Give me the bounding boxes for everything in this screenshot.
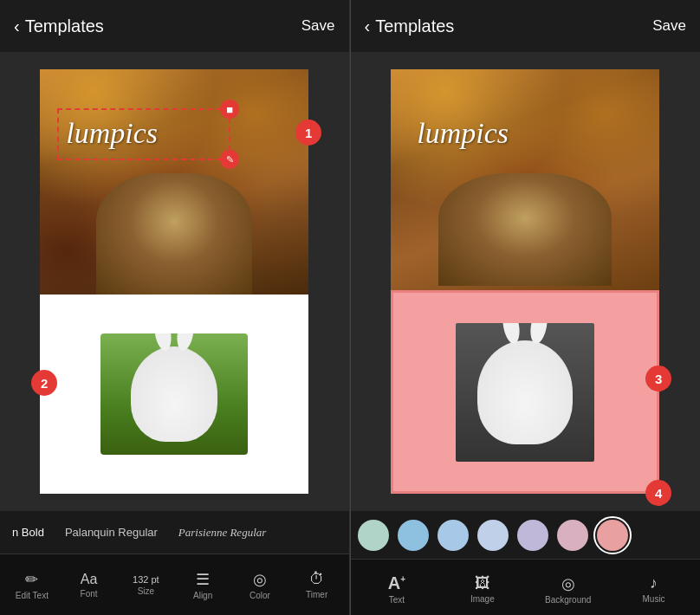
edit-text-label: Edit Text bbox=[16, 591, 49, 600]
right-tool-strip: A+ Text 🖼 Image ◎ Background ♪ Music bbox=[351, 560, 701, 615]
font-item-bold[interactable]: n Bold bbox=[7, 522, 49, 542]
step-badge-1: 1 bbox=[295, 120, 321, 146]
text-selection-box[interactable]: ■ ✎ bbox=[57, 108, 230, 160]
color-swatch-strip bbox=[351, 511, 701, 560]
left-dog-silhouette bbox=[96, 173, 252, 295]
left-save-button[interactable]: Save bbox=[301, 17, 335, 35]
right-bunny-shape bbox=[477, 340, 573, 444]
background-tool[interactable]: ◎ Background bbox=[544, 574, 592, 605]
color-swatch-5[interactable] bbox=[557, 520, 588, 551]
right-canvas-wrapper: lumpics 3 4 bbox=[391, 69, 659, 494]
right-back-button[interactable]: ‹ Templates bbox=[365, 16, 455, 36]
right-header-title: Templates bbox=[375, 16, 454, 36]
color-swatch-0[interactable] bbox=[358, 520, 389, 551]
right-top-image: lumpics bbox=[391, 69, 659, 295]
selection-delete-button[interactable]: ■ bbox=[220, 100, 239, 119]
left-top-image: ■ ✎ lumpics bbox=[40, 69, 308, 295]
align-tool[interactable]: ☰ Align bbox=[179, 570, 227, 600]
background-label: Background bbox=[545, 595, 591, 605]
text-tool[interactable]: A+ Text bbox=[373, 573, 420, 605]
color-swatch-4[interactable] bbox=[517, 520, 548, 551]
font-item-parisienne[interactable]: Parisienne Regular bbox=[173, 522, 271, 543]
left-back-button[interactable]: ‹ Templates bbox=[14, 16, 104, 36]
image-tool[interactable]: 🖼 Image bbox=[458, 574, 506, 604]
right-bottom-toolbar: A+ Text 🖼 Image ◎ Background ♪ Music bbox=[351, 511, 701, 615]
music-icon: ♪ bbox=[650, 574, 658, 592]
size-label: Size bbox=[138, 586, 154, 596]
font-item-palanquin[interactable]: Palanquin Regular bbox=[60, 522, 163, 542]
left-panel: ‹ Templates Save ■ ✎ l bbox=[0, 0, 350, 615]
delete-icon: ■ bbox=[226, 103, 233, 116]
color-swatch-2[interactable] bbox=[438, 520, 469, 551]
font-label: Font bbox=[81, 589, 98, 599]
edit-text-icon: ✏ bbox=[25, 570, 38, 589]
right-bunny-frame bbox=[456, 323, 594, 462]
right-dog-shape bbox=[438, 173, 612, 286]
left-bunny-frame bbox=[100, 333, 248, 455]
step-badge-4: 4 bbox=[645, 480, 671, 506]
timer-tool[interactable]: ⏱ Timer bbox=[293, 570, 340, 599]
edit-text-tool[interactable]: ✏ Edit Text bbox=[8, 570, 55, 600]
align-icon: ☰ bbox=[196, 570, 210, 589]
right-dog-area bbox=[391, 173, 659, 295]
left-header-title: Templates bbox=[25, 16, 104, 36]
left-tool-strip: ✏ Edit Text Aa Font 132 pt Size ☰ Align … bbox=[0, 554, 349, 615]
music-label: Music bbox=[643, 594, 665, 604]
color-swatch-1[interactable] bbox=[398, 520, 429, 551]
music-tool[interactable]: ♪ Music bbox=[630, 574, 677, 604]
left-bunny-shape bbox=[131, 346, 217, 442]
font-strip: n Bold Palanquin Regular Parisienne Regu… bbox=[0, 511, 349, 554]
color-swatch-3[interactable] bbox=[477, 520, 509, 551]
color-swatch-6-selected[interactable] bbox=[597, 520, 628, 551]
image-icon: 🖼 bbox=[475, 574, 490, 592]
color-icon: ◎ bbox=[253, 570, 267, 589]
left-canvas-wrapper: ■ ✎ lumpics bbox=[40, 69, 308, 494]
right-lumpics-text[interactable]: lumpics bbox=[417, 117, 509, 150]
left-header: ‹ Templates Save bbox=[0, 0, 349, 52]
font-tool[interactable]: Aa Font bbox=[65, 572, 113, 599]
right-save-button[interactable]: Save bbox=[652, 17, 686, 35]
left-bottom-section bbox=[40, 295, 308, 494]
left-canvas: ■ ✎ lumpics bbox=[40, 69, 308, 494]
step-badge-3: 3 bbox=[645, 366, 671, 392]
timer-icon: ⏱ bbox=[309, 570, 325, 588]
left-back-arrow-icon: ‹ bbox=[14, 16, 20, 36]
pink-selection-box[interactable] bbox=[391, 290, 659, 494]
background-icon: ◎ bbox=[561, 574, 575, 593]
right-canvas-area: lumpics 3 4 bbox=[351, 52, 701, 511]
timer-label: Timer bbox=[306, 590, 327, 599]
color-label: Color bbox=[250, 591, 270, 600]
font-icon: Aa bbox=[81, 572, 98, 587]
edit-icon: ✎ bbox=[226, 154, 234, 165]
right-back-arrow-icon: ‹ bbox=[365, 16, 371, 36]
text-icon: A+ bbox=[388, 573, 405, 593]
left-bottom-toolbar: n Bold Palanquin Regular Parisienne Regu… bbox=[0, 511, 349, 615]
align-label: Align bbox=[193, 591, 212, 600]
right-panel: ‹ Templates Save lumpics bbox=[351, 0, 701, 615]
right-header: ‹ Templates Save bbox=[351, 0, 701, 52]
size-value: 132 pt bbox=[133, 574, 159, 585]
left-canvas-area: ■ ✎ lumpics bbox=[0, 52, 349, 511]
right-canvas: lumpics bbox=[391, 69, 659, 494]
left-dog-area bbox=[40, 156, 308, 295]
image-label: Image bbox=[470, 594, 495, 604]
size-tool[interactable]: 132 pt Size bbox=[122, 574, 170, 596]
color-tool[interactable]: ◎ Color bbox=[236, 570, 283, 600]
text-label: Text bbox=[389, 595, 405, 605]
